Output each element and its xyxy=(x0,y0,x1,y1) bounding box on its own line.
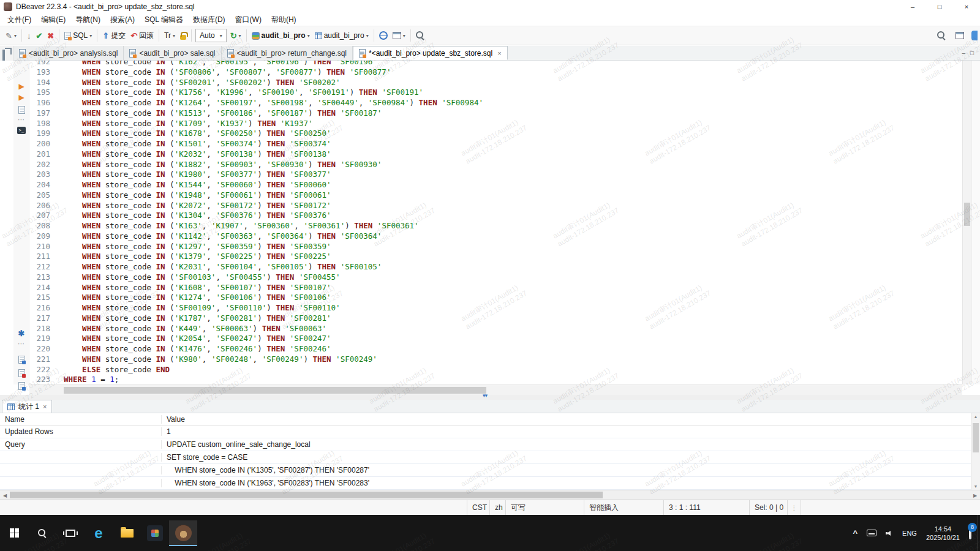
search-button[interactable] xyxy=(413,28,427,43)
code-line[interactable]: 222 ELSE store_code END xyxy=(29,365,483,375)
task-view-button[interactable] xyxy=(56,520,85,546)
code-line[interactable]: 208 WHEN store_code IN ('K163', 'K1907',… xyxy=(29,221,483,231)
refresh-button[interactable]: ↻▾ xyxy=(228,28,244,43)
scroll-right-icon[interactable]: ▶ xyxy=(970,490,980,500)
editor-results-splitter[interactable]: ▾▾ xyxy=(0,395,980,400)
minimize-button[interactable]: – xyxy=(899,0,926,13)
scroll-left-icon[interactable]: ◀ xyxy=(0,490,10,500)
edge-button[interactable]: e xyxy=(85,520,113,546)
code-pane[interactable]: 192 WHEN store_code IN ('K162', 'SF00195… xyxy=(29,61,963,384)
taskbar-clock[interactable]: 14:54 2025/10/21 xyxy=(926,525,960,542)
tray-expand-icon[interactable]: ^ xyxy=(853,528,858,538)
sql-editor-menu-button[interactable]: SQL▾ xyxy=(62,28,94,43)
editor-horizontal-scrollbar[interactable] xyxy=(29,384,962,395)
code-line[interactable]: 217 WHEN store_code IN ('K1787', 'SF0028… xyxy=(29,313,483,324)
splitter-arrows-icon[interactable]: ▾▾ xyxy=(483,392,487,399)
open-console-button[interactable]: >_ xyxy=(16,126,27,135)
code-line[interactable]: 203 WHEN store_code IN ('K1980', 'SF0037… xyxy=(29,170,483,180)
overview-ruler[interactable] xyxy=(971,61,980,384)
scroll-down-icon[interactable]: ▼ xyxy=(971,484,980,489)
code-line[interactable]: 219 WHEN store_code IN ('K2054', 'SF0024… xyxy=(29,334,483,344)
result-row[interactable]: WHEN store_code IN ('K1963', 'SF00283') … xyxy=(0,477,980,490)
code-line[interactable]: 220 WHEN store_code IN ('K1476', 'SF0024… xyxy=(29,344,483,354)
code-line[interactable]: 198 WHEN store_code IN ('K1709', 'K1937'… xyxy=(29,119,483,129)
file-explorer-button[interactable] xyxy=(113,520,141,546)
lock-button[interactable] xyxy=(178,28,189,43)
code-line[interactable]: 216 WHEN store_code IN ('SF00109', 'SF00… xyxy=(29,303,483,313)
dbeaver-taskbar-button[interactable] xyxy=(169,520,197,546)
menu-item[interactable]: 文件(F) xyxy=(2,13,36,26)
editor-tab[interactable]: <audit_bi_pro> analysis.sql xyxy=(13,46,124,60)
code-line[interactable]: 202 WHEN store_code IN ('K1882', 'SF0090… xyxy=(29,160,483,170)
commit-button[interactable]: ⇑提交 xyxy=(100,28,128,43)
scrollbar-thumb[interactable] xyxy=(10,492,603,498)
code-line[interactable]: 212 WHEN store_code IN ('K2031', 'SF0010… xyxy=(29,262,483,272)
fetch-next-button[interactable]: ↓ xyxy=(24,28,34,43)
code-line[interactable]: 194 WHEN store_code IN ('SF00201', 'SF00… xyxy=(29,78,483,88)
explain-plan-button[interactable] xyxy=(16,105,27,114)
show-desktop-button[interactable] xyxy=(978,515,980,551)
menu-item[interactable]: 数据库(D) xyxy=(188,13,230,26)
menu-item[interactable]: 帮助(H) xyxy=(266,13,301,26)
editor-tab[interactable]: <audit_bi_pro> return_change.sql xyxy=(222,46,353,60)
action-center-button[interactable]: 8 xyxy=(969,528,971,539)
column-header-name[interactable]: Name xyxy=(0,415,161,424)
code-line[interactable]: 221 WHEN store_code IN ('K980', 'SF00248… xyxy=(29,354,483,365)
code-line[interactable]: 215 WHEN store_code IN ('K1274', 'SF0010… xyxy=(29,293,483,303)
code-line[interactable]: 207 WHEN store_code IN ('K1304', 'SF0037… xyxy=(29,211,483,221)
code-line[interactable]: 195 WHEN store_code IN ('K1756', 'K1996'… xyxy=(29,88,483,98)
maximize-button[interactable]: □ xyxy=(926,0,953,13)
code-line[interactable]: 218 WHEN store_code IN ('K449', 'SF00063… xyxy=(29,324,483,334)
close-tab-icon[interactable]: × xyxy=(497,50,501,57)
close-button[interactable]: × xyxy=(953,0,980,13)
menu-item[interactable]: 搜索(A) xyxy=(105,13,140,26)
result-row[interactable]: WHEN store_code IN ('K1305', 'SF00287') … xyxy=(0,464,980,477)
open-perspective-button[interactable] xyxy=(953,28,967,43)
code-line[interactable]: 199 WHEN store_code IN ('K1678', 'SF0025… xyxy=(29,129,483,139)
hidden-toolbar-icon[interactable] xyxy=(971,31,978,40)
taskbar-search-button[interactable] xyxy=(28,520,56,546)
more-actions-icon[interactable]: ⋯ xyxy=(16,339,27,348)
transaction-log-button[interactable]: Tr▾ xyxy=(162,28,178,43)
start-button[interactable] xyxy=(0,520,28,546)
scroll-up-icon[interactable]: ▲ xyxy=(971,414,980,419)
editor-tab[interactable]: *<audit_bi_pro> update_sbz_store.sql× xyxy=(353,46,508,60)
maximize-editor-icon[interactable]: □ xyxy=(970,50,974,56)
code-line[interactable]: 213 WHEN store_code IN ('SF00103', 'SF00… xyxy=(29,272,483,283)
quick-access-search-button[interactable] xyxy=(935,28,948,43)
more-actions-icon[interactable]: ⋯ xyxy=(16,114,27,124)
scrollbar-thumb[interactable] xyxy=(973,423,979,452)
touch-keyboard-icon[interactable] xyxy=(867,530,876,536)
menu-item[interactable]: 编辑(E) xyxy=(36,13,70,26)
schema-selector[interactable]: audit_bi_pro▾ xyxy=(312,28,371,43)
editor-vertical-scrollbar[interactable] xyxy=(962,61,971,384)
result-row[interactable]: SET store_code = CASE xyxy=(0,451,980,464)
code-line[interactable]: 193 WHEN store_code IN ('SF00806', 'SF00… xyxy=(29,67,483,78)
network-profile-button[interactable] xyxy=(377,28,390,43)
results-vertical-scrollbar[interactable]: ▲ ▼ xyxy=(971,413,980,490)
code-line[interactable]: 204 WHEN store_code IN ('K1544', 'SF0006… xyxy=(29,180,483,190)
code-line[interactable]: 214 WHEN store_code IN ('K1608', 'SF0010… xyxy=(29,283,483,293)
rollback-button[interactable]: ↶回滚 xyxy=(128,28,156,43)
results-horizontal-scrollbar[interactable]: ◀ ▶ xyxy=(0,490,980,500)
code-line[interactable]: 201 WHEN store_code IN ('K2032', 'SF0013… xyxy=(29,149,483,160)
scrollbar-thumb[interactable] xyxy=(64,387,486,394)
menu-item[interactable]: 导航(N) xyxy=(70,13,105,26)
input-language-indicator[interactable]: ENG xyxy=(902,530,917,537)
editor-settings-button[interactable]: ✱ xyxy=(16,328,27,338)
check-connection-button[interactable]: ✔ xyxy=(33,28,45,43)
editor-tab[interactable]: <audit_bi_pro> sale.sql xyxy=(124,46,221,60)
commit-mode-combo[interactable]: Auto▾ xyxy=(195,29,227,42)
code-line[interactable]: 209 WHEN store_code IN ('K1142', 'SF0036… xyxy=(29,231,483,242)
code-line[interactable]: 223WHERE 1 = 1; xyxy=(29,375,483,384)
code-line[interactable]: 196 WHEN store_code IN ('K1264', 'SF0019… xyxy=(29,98,483,108)
code-line[interactable]: 205 WHEN store_code IN ('K1948', 'SF0006… xyxy=(29,190,483,201)
menu-item[interactable]: 窗口(W) xyxy=(230,13,266,26)
code-line[interactable]: 211 WHEN store_code IN ('K1379', 'SF0022… xyxy=(29,252,483,262)
code-line[interactable]: 210 WHEN store_code IN ('K1297', 'SF0035… xyxy=(29,242,483,252)
filter-button[interactable]: ▾ xyxy=(390,28,408,43)
code-line[interactable]: 192 WHEN store_code IN ('K162', 'SF00195… xyxy=(29,61,483,67)
file-compare-button[interactable] xyxy=(16,368,27,378)
code-line[interactable]: 200 WHEN store_code IN ('K1501', 'SF0037… xyxy=(29,139,483,149)
result-row[interactable]: Updated Rows1 xyxy=(0,425,980,438)
